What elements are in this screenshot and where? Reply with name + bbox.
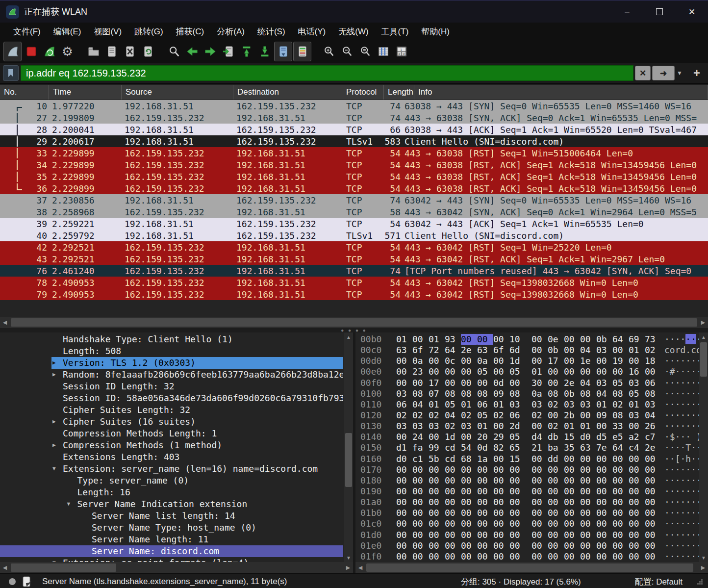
- detail-tree-row[interactable]: Length: 16: [0, 486, 343, 498]
- scroll-left-icon[interactable]: ◀: [0, 562, 10, 573]
- expand-arrow-icon[interactable]: ▶: [51, 439, 63, 451]
- detail-tree-row[interactable]: ▶Cipher Suites (16 suites): [0, 416, 343, 428]
- packet-row[interactable]: 332.229899162.159.135.232192.168.31.51TC…: [0, 147, 708, 159]
- menu-item-7[interactable]: 电话(Y): [292, 24, 332, 40]
- hex-row[interactable]: 0150d1fa99cd540d826521ba35637e64c42e····…: [355, 442, 699, 453]
- hex-row[interactable]: 0160d0c15bcd681a001500dd000000000000··[·…: [355, 454, 699, 464]
- collapse-arrow-icon[interactable]: ▼: [51, 557, 63, 562]
- packet-row[interactable]: 342.229899162.159.135.232192.168.31.51TC…: [0, 159, 708, 171]
- scrollbar-thumb[interactable]: [700, 342, 707, 377]
- hex-row[interactable]: 01f000000000000000000000000000000000····…: [355, 551, 699, 562]
- go-to-packet-icon[interactable]: [220, 42, 237, 61]
- column-header-destination[interactable]: Destination: [233, 85, 342, 100]
- zoom-reset-icon[interactable]: [356, 42, 374, 61]
- packet-row[interactable]: 292.200617192.168.31.51162.159.135.232TL…: [0, 135, 708, 147]
- close-file-icon[interactable]: [121, 42, 138, 61]
- scrollbar-thumb[interactable]: [345, 433, 352, 487]
- filter-clear-button[interactable]: ✕: [635, 66, 651, 80]
- column-header-no[interactable]: No.: [0, 85, 49, 100]
- capture-options-icon[interactable]: ⚙: [59, 42, 76, 61]
- detail-tree-row[interactable]: Cipher Suites Length: 32: [0, 404, 343, 416]
- column-header-source[interactable]: Source: [122, 85, 233, 100]
- packet-row[interactable]: 792.490953162.159.135.232192.168.31.51TC…: [0, 288, 708, 300]
- detail-tree-row[interactable]: Session ID Length: 32: [0, 381, 343, 392]
- detail-tree-row[interactable]: Type: server_name (0): [0, 475, 343, 486]
- hex-row[interactable]: 010003080708080809080a080b0804080508····…: [355, 388, 699, 399]
- hex-row[interactable]: 01e000000000000000000000000000000000····…: [355, 540, 699, 551]
- scroll-down-icon[interactable]: ▼: [344, 553, 353, 562]
- scroll-down-icon[interactable]: ▼: [699, 553, 708, 562]
- bytes-hscrollbar[interactable]: ◀ ▶: [355, 562, 708, 573]
- hex-row[interactable]: 0120020202040205020602002b0009080304····…: [355, 410, 699, 421]
- packet-row[interactable]: 422.292521162.159.135.232192.168.31.51TC…: [0, 241, 708, 253]
- restart-capture-icon[interactable]: [41, 42, 58, 61]
- expand-arrow-icon[interactable]: ▶: [51, 416, 63, 428]
- packet-row[interactable]: 362.229899162.159.135.232192.168.31.51TC…: [0, 182, 708, 194]
- menu-item-9[interactable]: 工具(T): [375, 24, 415, 40]
- packet-row[interactable]: 352.229899162.159.135.232192.168.31.51TC…: [0, 171, 708, 182]
- menu-item-0[interactable]: 文件(F): [7, 24, 47, 40]
- packet-row[interactable]: 101.977220192.168.31.51162.159.135.232TC…: [0, 100, 708, 112]
- packet-row[interactable]: 372.230856192.168.31.51162.159.135.232TC…: [0, 194, 708, 206]
- pane-splitter[interactable]: ● ● ● ●: [0, 328, 708, 332]
- colorize-icon[interactable]: [274, 42, 292, 61]
- packet-list-hscrollbar[interactable]: ◀ ▶: [0, 317, 708, 328]
- hex-row[interactable]: 00d0000a000c000a001d0017001e00190018····…: [355, 356, 699, 366]
- expand-arrow-icon[interactable]: ▶: [51, 357, 63, 369]
- scroll-right-icon[interactable]: ▶: [698, 562, 708, 573]
- scroll-right-icon[interactable]: ▶: [343, 562, 353, 573]
- detail-tree-row[interactable]: Compression Methods Length: 1: [0, 428, 343, 439]
- resize-columns-icon[interactable]: [375, 42, 392, 61]
- detail-tree-row[interactable]: ▶Compression Methods (1 method): [0, 439, 343, 451]
- start-capture-icon[interactable]: [3, 42, 22, 61]
- zoom-out-icon[interactable]: [338, 42, 355, 61]
- filter-add-button[interactable]: +: [688, 66, 705, 80]
- resize-grip-icon[interactable]: [696, 578, 703, 585]
- minimize-button[interactable]: –: [611, 1, 643, 23]
- column-header-time[interactable]: Time: [49, 85, 122, 100]
- go-forward-icon[interactable]: [202, 42, 219, 61]
- detail-tree-row[interactable]: ▶Version: TLS 1.2 (0x0303): [0, 357, 343, 369]
- expand-arrow-icon[interactable]: ▶: [51, 369, 63, 381]
- scroll-left-icon[interactable]: ◀: [355, 562, 365, 573]
- scroll-up-icon[interactable]: ▲: [344, 332, 353, 341]
- hex-row[interactable]: 01400024001d00202905d4db15d0d5e5a2c7·$··…: [355, 432, 699, 442]
- menu-item-4[interactable]: 捕获(C): [170, 24, 211, 40]
- expert-info-icon[interactable]: [9, 578, 16, 585]
- column-header-protocol[interactable]: Protocol: [342, 85, 384, 100]
- packet-row[interactable]: 782.490953162.159.135.232192.168.31.51TC…: [0, 277, 708, 288]
- column-header-info[interactable]: Info: [414, 85, 708, 100]
- hex-row[interactable]: 011006040105010601030302030301020103····…: [355, 399, 699, 410]
- scroll-up-icon[interactable]: ▲: [699, 332, 708, 341]
- menu-item-5[interactable]: 分析(A): [210, 24, 251, 40]
- detail-tree-row[interactable]: Server Name list length: 14: [0, 510, 343, 522]
- hex-row[interactable]: 018000000000000000000000000000000000····…: [355, 475, 699, 486]
- detail-tree-row[interactable]: ▼Extension: server_name (len=16) name=di…: [0, 463, 343, 475]
- menu-item-1[interactable]: 编辑(E): [47, 24, 88, 40]
- collapse-arrow-icon[interactable]: ▼: [66, 498, 77, 510]
- hex-row[interactable]: 01c000000000000000000000000000000000····…: [355, 518, 699, 529]
- detail-tree-row[interactable]: Extensions Length: 403: [0, 451, 343, 463]
- zoom-in-icon[interactable]: [320, 42, 337, 61]
- scrollbar-thumb[interactable]: [11, 318, 697, 327]
- packet-row[interactable]: 282.200041192.168.31.51162.159.135.232TC…: [0, 124, 708, 135]
- reload-file-icon[interactable]: [139, 42, 156, 61]
- open-file-icon[interactable]: [85, 42, 102, 61]
- close-button[interactable]: ✕: [676, 1, 708, 23]
- detail-tree-row[interactable]: ▼Server Name Indication extension: [0, 498, 343, 510]
- detail-hscrollbar[interactable]: ◀ ▶: [0, 562, 353, 573]
- hex-row[interactable]: 017000000000000000000000000000000000····…: [355, 464, 699, 475]
- packet-row[interactable]: 432.292521162.159.135.232192.168.31.51TC…: [0, 253, 708, 265]
- save-file-icon[interactable]: [103, 42, 120, 61]
- go-back-icon[interactable]: [183, 42, 201, 61]
- detail-tree-row[interactable]: Handshake Type: Client Hello (1): [0, 333, 343, 345]
- capture-comment-icon[interactable]: [23, 576, 31, 587]
- scrollbar-thumb[interactable]: [366, 563, 693, 572]
- packet-row[interactable]: 382.258968162.159.135.232192.168.31.51TC…: [0, 206, 708, 218]
- hex-row[interactable]: 01a000000000000000000000000000000000····…: [355, 497, 699, 508]
- go-last-icon[interactable]: [256, 42, 273, 61]
- filter-bookmark-button[interactable]: [3, 65, 19, 81]
- menu-item-6[interactable]: 统计(S): [251, 24, 292, 40]
- packet-row[interactable]: 402.259792192.168.31.51162.159.135.232TL…: [0, 230, 708, 241]
- menu-item-2[interactable]: 视图(V): [87, 24, 128, 40]
